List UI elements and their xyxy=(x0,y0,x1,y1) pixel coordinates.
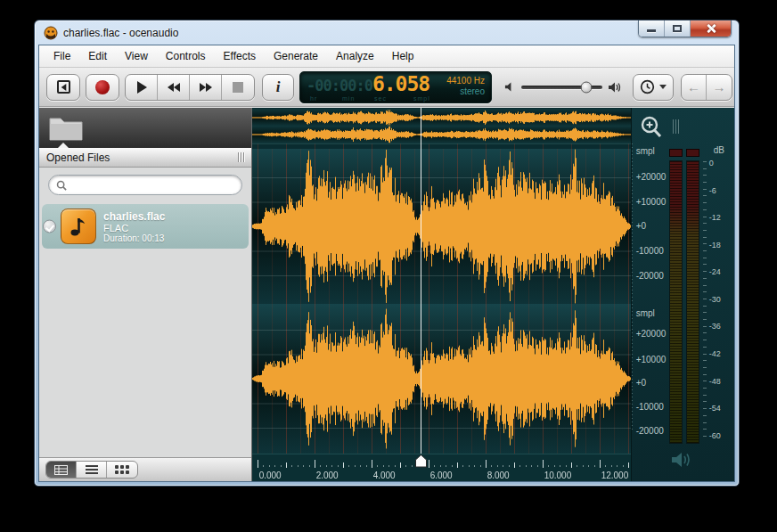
time-value: 6.058 xyxy=(372,75,429,94)
info-icon: i xyxy=(276,78,281,96)
time-display: -00:00:0 6.058 44100 Hz stereo hr min se… xyxy=(299,71,492,103)
minimize-icon xyxy=(647,29,656,32)
menu-controls[interactable]: Controls xyxy=(157,46,215,66)
menu-help[interactable]: Help xyxy=(383,46,423,66)
file-duration: Duration: 00:13 xyxy=(103,233,165,243)
fast-forward-icon2 xyxy=(206,83,212,92)
waveform-channel-right[interactable] xyxy=(252,304,631,454)
scale-meter-panel: smpl +20000 +10000 +0 -10000 -20000 smpl… xyxy=(631,108,734,481)
meter-speaker-icon[interactable] xyxy=(671,451,692,469)
time-format-dropdown[interactable] xyxy=(633,74,674,101)
volume-slider-track[interactable] xyxy=(521,86,602,89)
db-unit-label: dB xyxy=(714,145,724,155)
time-tick-label: 0.000 xyxy=(259,471,282,480)
go-to-start-button[interactable] xyxy=(46,74,80,101)
clock-icon xyxy=(640,79,655,94)
sidebar-footer xyxy=(39,457,251,481)
db-value: -48 xyxy=(709,377,721,386)
time-tick-label: 12.000 xyxy=(601,471,629,480)
stop-button[interactable] xyxy=(222,75,254,100)
panel-pointer xyxy=(58,143,69,148)
record-button[interactable] xyxy=(86,74,119,101)
nav-back-button[interactable]: ← xyxy=(682,75,707,100)
sample-rate: 44100 Hz xyxy=(446,76,485,86)
files-sidebar: Opened Files xyxy=(39,108,252,481)
scale-value: -20000 xyxy=(636,271,664,281)
menu-effects[interactable]: Effects xyxy=(215,46,265,66)
file-meta: charlies.flac FLAC Duration: 00:13 xyxy=(103,210,165,243)
time-tick-label: 4.000 xyxy=(373,471,396,480)
volume-slider-knob[interactable] xyxy=(580,81,592,93)
volume-high-icon xyxy=(608,81,622,94)
titlebar[interactable]: charlies.flac - ocenaudio xyxy=(35,20,739,45)
transport-group xyxy=(125,74,255,101)
timeline-ruler[interactable]: 0.000 2.000 4.000 6.000 8.000 10.000 12.… xyxy=(252,454,631,482)
play-button[interactable] xyxy=(126,75,158,100)
info-button[interactable]: i xyxy=(262,74,294,101)
menu-generate[interactable]: Generate xyxy=(265,46,327,66)
rewind-icon2 xyxy=(174,83,180,92)
search-box[interactable] xyxy=(48,175,242,195)
check-icon xyxy=(43,220,56,233)
menu-view[interactable]: View xyxy=(116,46,157,66)
db-value: -42 xyxy=(709,349,721,358)
menubar: File Edit View Controls Effects Generate… xyxy=(39,45,734,68)
channel-mode: stereo xyxy=(460,86,485,96)
fast-forward-button[interactable] xyxy=(190,75,222,100)
opened-files-bar[interactable]: Opened Files xyxy=(39,148,251,168)
maximize-button[interactable] xyxy=(665,20,691,37)
waveform-channel-left[interactable] xyxy=(252,149,631,304)
time-tick-label: 6.000 xyxy=(430,471,453,480)
db-value: -54 xyxy=(709,404,721,413)
go-to-start-icon xyxy=(57,80,70,94)
record-icon xyxy=(95,80,110,94)
db-tick-line xyxy=(703,161,707,438)
details-view-icon xyxy=(54,465,68,475)
view-mode-toggle xyxy=(45,461,138,479)
zoom-in-icon[interactable] xyxy=(639,115,664,140)
file-list-item[interactable]: charlies.flac FLAC Duration: 00:13 xyxy=(42,204,249,249)
time-tick-label: 10.000 xyxy=(544,471,572,480)
level-meter-peak-left xyxy=(669,149,683,157)
arrow-left-icon: ← xyxy=(687,79,700,94)
close-button[interactable] xyxy=(691,20,731,37)
music-note-icon xyxy=(61,209,96,244)
view-details-button[interactable] xyxy=(46,462,77,478)
menu-edit[interactable]: Edit xyxy=(79,46,116,66)
db-value: -12 xyxy=(709,213,721,222)
db-value: -60 xyxy=(709,431,721,440)
scale-unit-left: smpl xyxy=(636,146,655,156)
scale-value: +10000 xyxy=(636,355,667,364)
level-meter-peak-right xyxy=(686,149,699,157)
db-value: -24 xyxy=(709,267,721,276)
nav-forward-button[interactable]: → xyxy=(707,75,732,100)
waveform-overview[interactable] xyxy=(252,108,631,149)
time-tick-label: 2.000 xyxy=(316,471,339,480)
file-name: charlies.flac xyxy=(103,210,165,223)
stop-icon xyxy=(233,82,243,93)
waveform-area: 0.000 2.000 4.000 6.000 8.000 10.000 12.… xyxy=(252,108,631,481)
time-tick-label: 8.000 xyxy=(487,471,510,480)
scale-value: -10000 xyxy=(636,246,664,256)
file-list-empty-area xyxy=(39,252,251,457)
rewind-icon xyxy=(168,83,174,92)
menu-file[interactable]: File xyxy=(45,46,79,66)
rewind-button[interactable] xyxy=(158,75,190,100)
menu-analyze[interactable]: Analyze xyxy=(327,46,383,66)
search-input[interactable] xyxy=(71,180,234,191)
db-value: -18 xyxy=(709,241,721,250)
file-format: FLAC xyxy=(103,223,165,233)
folder-icon xyxy=(48,113,84,142)
panel-splitter-grip[interactable] xyxy=(673,119,679,134)
playhead-cursor[interactable] xyxy=(421,108,421,454)
scale-unit-right: smpl xyxy=(636,308,655,318)
scale-value: +10000 xyxy=(636,197,667,207)
toolbar: i -00:00:0 6.058 44100 Hz stereo hr min … xyxy=(39,68,734,107)
playhead-marker[interactable] xyxy=(415,454,427,468)
volume-low-icon xyxy=(504,81,516,93)
panel-grip-icon[interactable] xyxy=(238,152,244,162)
minimize-button[interactable] xyxy=(639,20,665,37)
scale-value: +20000 xyxy=(636,172,667,182)
view-grid-button[interactable] xyxy=(107,462,137,478)
view-list-button[interactable] xyxy=(77,462,107,478)
